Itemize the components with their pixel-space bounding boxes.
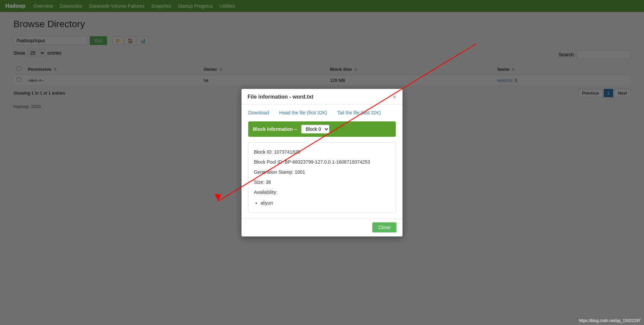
block-id-row: Block ID: 1073741825 bbox=[254, 147, 390, 157]
size-label: Size: bbox=[254, 179, 266, 185]
block-select[interactable]: Block 0 bbox=[301, 125, 329, 133]
block-id-label: Block ID: bbox=[254, 149, 274, 155]
block-info-panel: Block information -- Block 0 bbox=[248, 121, 396, 137]
modal-links: Download Head the file (first 32K) Tail … bbox=[248, 110, 396, 115]
file-info-modal: File information - word.txt × Download H… bbox=[241, 89, 402, 236]
block-pool-id-label: Block Pool ID: bbox=[254, 159, 285, 165]
generation-stamp-row: Generation Stamp: 1001 bbox=[254, 167, 390, 177]
size-value: 38 bbox=[266, 179, 271, 185]
block-pool-id-row: Block Pool ID: BP-68323799-127.0.0.1-160… bbox=[254, 157, 390, 167]
availability-item-0: aliyun bbox=[261, 198, 390, 208]
block-pool-id-value: BP-68323799-127.0.0.1-1608719374253 bbox=[285, 159, 370, 165]
tail-file-link[interactable]: Tail the file (last 32K) bbox=[337, 110, 381, 115]
availability-label-row: Availability: bbox=[254, 187, 390, 197]
close-button[interactable]: Close bbox=[372, 222, 396, 232]
availability-label: Availability: bbox=[254, 189, 277, 195]
modal-footer: Close bbox=[241, 218, 402, 236]
download-link[interactable]: Download bbox=[248, 110, 269, 115]
modal-body: Download Head the file (first 32K) Tail … bbox=[241, 105, 402, 218]
head-file-link[interactable]: Head the file (first 32K) bbox=[279, 110, 327, 115]
modal-title: File information - word.txt bbox=[248, 94, 313, 100]
block-info-label: Block information -- bbox=[253, 126, 297, 132]
availability-list: aliyun bbox=[261, 198, 390, 208]
size-row: Size: 38 bbox=[254, 177, 390, 187]
modal-overlay: File information - word.txt × Download H… bbox=[0, 0, 644, 325]
generation-stamp-value: 1001 bbox=[294, 169, 305, 175]
watermark: https://blog.csdn.net/qq_15022297 bbox=[579, 318, 641, 323]
block-id-value: 1073741825 bbox=[274, 149, 300, 155]
block-details: Block ID: 1073741825 Block Pool ID: BP-6… bbox=[248, 142, 396, 213]
generation-stamp-label: Generation Stamp: bbox=[254, 169, 294, 175]
modal-header: File information - word.txt × bbox=[241, 89, 402, 105]
modal-close-button[interactable]: × bbox=[392, 94, 396, 100]
